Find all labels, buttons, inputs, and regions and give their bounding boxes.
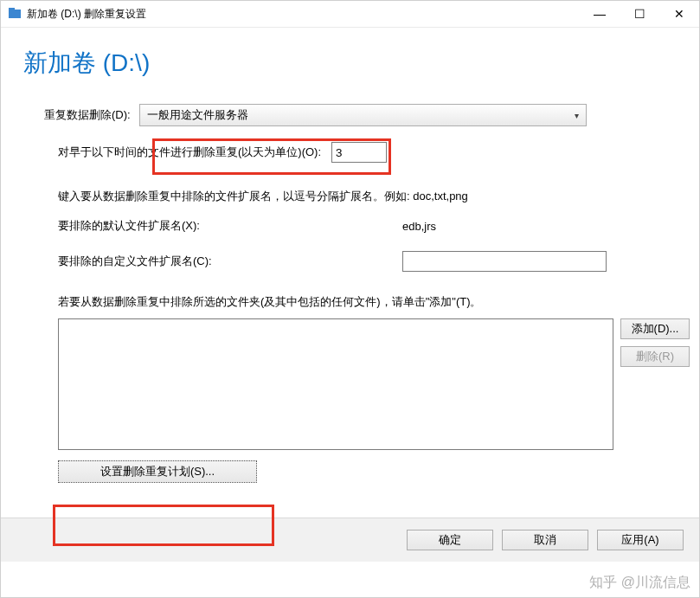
window-title: 新加卷 (D:\) 删除重复设置 — [27, 7, 580, 22]
schedule-button[interactable]: 设置删除重复计划(S)... — [58, 460, 257, 483]
maximize-button[interactable]: ☐ — [620, 1, 659, 27]
add-button[interactable]: 添加(D)... — [620, 318, 690, 339]
list-side-buttons: 添加(D)... 删除(R) — [620, 318, 690, 450]
ok-button[interactable]: 确定 — [407, 530, 493, 550]
chevron-down-icon: ▾ — [568, 111, 586, 120]
default-ext-row: 要排除的默认文件扩展名(X): edb,jrs — [58, 218, 699, 234]
content-area: 新加卷 (D:\) 重复数据删除(D): 一般用途文件服务器 ▾ 对早于以下时间… — [1, 28, 699, 597]
titlebar: 新加卷 (D:\) 删除重复设置 — ☐ ✕ — [1, 1, 699, 28]
remove-button: 删除(R) — [620, 346, 690, 367]
page-title: 新加卷 (D:\) — [23, 47, 699, 80]
dropdown-value: 一般用途文件服务器 — [140, 107, 568, 123]
close-button[interactable]: ✕ — [659, 1, 699, 27]
extension-hint: 键入要从数据删除重复中排除的文件扩展名，以逗号分隔扩展名。例如: doc,txt… — [58, 189, 699, 204]
highlight-annotation — [152, 138, 391, 175]
exclude-folder-area: 添加(D)... 删除(R) — [58, 318, 699, 450]
schedule-row: 设置删除重复计划(S)... — [58, 460, 699, 483]
dedup-label: 重复数据删除(D): — [44, 107, 131, 123]
default-ext-value: edb,jrs — [402, 220, 436, 233]
custom-ext-row: 要排除的自定义文件扩展名(C): — [58, 251, 699, 272]
watermark-text: 知乎 @川流信息 — [589, 574, 690, 592]
apply-button[interactable]: 应用(A) — [597, 530, 684, 550]
svg-rect-1 — [9, 8, 15, 10]
exclude-folder-listbox[interactable] — [58, 318, 613, 450]
custom-ext-label: 要排除的自定义文件扩展名(C): — [58, 254, 402, 269]
custom-ext-input[interactable] — [402, 251, 607, 272]
app-icon — [8, 7, 22, 21]
minimize-button[interactable]: — — [580, 1, 620, 27]
window-controls: — ☐ ✕ — [580, 1, 699, 27]
default-ext-label: 要排除的默认文件扩展名(X): — [58, 218, 402, 234]
svg-rect-0 — [9, 10, 21, 18]
highlight-annotation — [53, 505, 274, 546]
dedup-mode-row: 重复数据删除(D): 一般用途文件服务器 ▾ — [1, 104, 699, 126]
folder-hint: 若要从数据删除重复中排除所选的文件夹(及其中包括的任何文件)，请单击"添加"(T… — [58, 294, 699, 310]
cancel-button[interactable]: 取消 — [502, 530, 588, 550]
dialog-window: 新加卷 (D:\) 删除重复设置 — ☐ ✕ 新加卷 (D:\) 重复数据删除(… — [0, 0, 700, 598]
dedup-mode-dropdown[interactable]: 一般用途文件服务器 ▾ — [139, 104, 587, 126]
